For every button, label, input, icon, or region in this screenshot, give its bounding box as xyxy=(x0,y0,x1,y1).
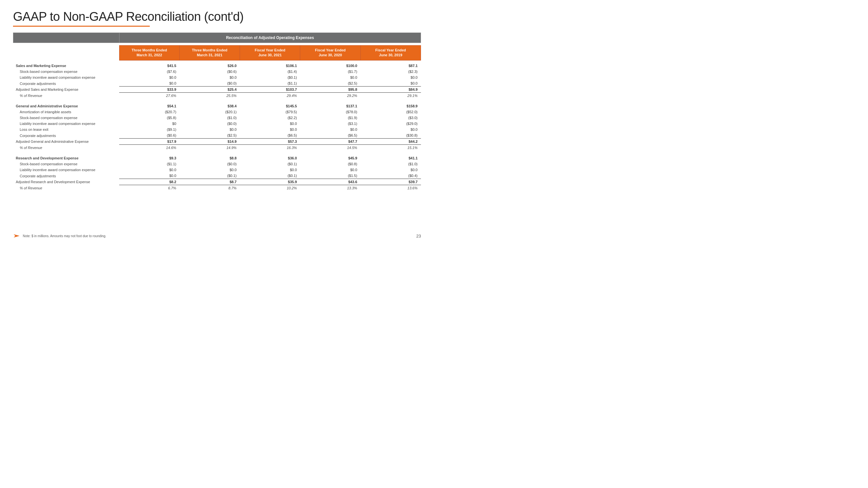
item-row: Corporate adjustments$0.0($0.0)($1.1)($2… xyxy=(13,80,421,87)
col-header-3: Fiscal Year Ended June 30, 2020 xyxy=(300,45,361,61)
item-value-1: $0.0 xyxy=(179,167,240,173)
section-header-row: Reconciliation of Adjusted Operating Exp… xyxy=(13,33,421,43)
item-value-2: $0.0 xyxy=(240,167,300,173)
item-label: Amortization of intangible assets xyxy=(13,109,120,115)
item-value-3: ($1.9) xyxy=(300,115,361,121)
adjusted-value-2: $103.7 xyxy=(240,87,300,93)
item-value-2: ($1.1) xyxy=(240,80,300,87)
pct-value-1: 14.9% xyxy=(179,145,240,151)
item-value-4: $0.0 xyxy=(361,167,421,173)
item-value-1: ($0.1) xyxy=(179,173,240,179)
pct-label: % of Revenue xyxy=(13,145,120,151)
item-value-4: $0.0 xyxy=(361,127,421,132)
col-header-2: Fiscal Year Ended June 30, 2021 xyxy=(240,45,300,61)
main-value-0: $9.3 xyxy=(119,155,179,161)
item-value-1: $0.0 xyxy=(179,74,240,80)
main-expense-row: Sales and Marketing Expense$41.5$26.0$10… xyxy=(13,63,421,69)
item-label: Liability incentive award compensation e… xyxy=(13,121,120,127)
item-value-2: ($0.1) xyxy=(240,74,300,80)
title-underline xyxy=(13,26,150,27)
item-value-4: ($3.0) xyxy=(361,115,421,121)
item-value-1: ($20.1) xyxy=(179,109,240,115)
section-label: Reconciliation of Adjusted Operating Exp… xyxy=(119,33,421,43)
item-row: Loss on lease exit($9.1)$0.0$0.0$0.0$0.0 xyxy=(13,127,421,132)
item-label: Stock-based compensation expense xyxy=(13,161,120,167)
item-value-0: ($20.7) xyxy=(119,109,179,115)
item-row: Stock-based compensation expense($1.1)($… xyxy=(13,161,421,167)
page: GAAP to Non-GAAP Reconciliation (cont'd)… xyxy=(0,0,434,244)
main-value-4: $158.9 xyxy=(361,103,421,109)
item-value-3: ($78.0) xyxy=(300,109,361,115)
note-text: Note: $ in millions. Amounts may not foo… xyxy=(23,234,106,238)
pct-value-3: 29.2% xyxy=(300,93,361,99)
pct-label: % of Revenue xyxy=(13,185,120,191)
adjusted-value-1: $25.4 xyxy=(179,87,240,93)
table-wrapper: Reconciliation of Adjusted Operating Exp… xyxy=(13,33,421,191)
pct-value-4: 29.1% xyxy=(361,93,421,99)
item-label: Stock-based compensation expense xyxy=(13,115,120,121)
adjusted-value-0: $17.9 xyxy=(119,139,179,145)
item-value-0: ($5.8) xyxy=(119,115,179,121)
pct-value-4: 15.1% xyxy=(361,145,421,151)
pct-row: % of Revenue27.6%25.5%29.4%29.2%29.1% xyxy=(13,93,421,99)
arrow-icon xyxy=(13,232,20,239)
item-value-0: ($7.6) xyxy=(119,69,179,74)
adjusted-value-3: $47.7 xyxy=(300,139,361,145)
item-row: Corporate adjustments($0.6)($2.5)($6.5)(… xyxy=(13,132,421,139)
main-value-0: $41.5 xyxy=(119,63,179,69)
item-value-1: ($0.6) xyxy=(179,69,240,74)
pct-value-0: 6.7% xyxy=(119,185,179,191)
item-value-4: $0.0 xyxy=(361,74,421,80)
item-value-0: ($1.1) xyxy=(119,161,179,167)
item-value-4: ($1.0) xyxy=(361,161,421,167)
item-value-3: ($3.1) xyxy=(300,121,361,127)
item-row: Liability incentive award compensation e… xyxy=(13,167,421,173)
main-label: General and Administrative Expense xyxy=(13,103,120,109)
adjusted-value-1: $8.7 xyxy=(179,179,240,185)
adjusted-value-2: $57.3 xyxy=(240,139,300,145)
item-label: Liability incentive award compensation e… xyxy=(13,167,120,173)
pct-value-2: 10.2% xyxy=(240,185,300,191)
item-row: Liability incentive award compensation e… xyxy=(13,121,421,127)
adjusted-label: Adjusted General and Administrative Expe… xyxy=(13,139,120,145)
pct-value-2: 16.3% xyxy=(240,145,300,151)
item-label: Loss on lease exit xyxy=(13,127,120,132)
item-value-4: ($2.3) xyxy=(361,69,421,74)
pct-value-4: 13.6% xyxy=(361,185,421,191)
item-value-0: ($0.6) xyxy=(119,132,179,139)
col-header-4: Fiscal Year Ended June 30, 2019 xyxy=(361,45,421,61)
main-expense-row: Research and Development Expense$9.3$8.8… xyxy=(13,155,421,161)
col-header-0: Three Months Ended March 31, 2022 xyxy=(119,45,179,61)
item-value-3: ($1.7) xyxy=(300,69,361,74)
item-value-2: ($2.2) xyxy=(240,115,300,121)
item-value-3: ($6.5) xyxy=(300,132,361,139)
item-row: Liability incentive award compensation e… xyxy=(13,74,421,80)
item-value-1: ($0.0) xyxy=(179,121,240,127)
main-value-2: $36.0 xyxy=(240,155,300,161)
page-number: 23 xyxy=(416,234,421,238)
empty-header xyxy=(13,33,120,43)
item-value-0: $0.0 xyxy=(119,74,179,80)
item-value-3: $0.0 xyxy=(300,74,361,80)
item-value-4: ($30.8) xyxy=(361,132,421,139)
pct-value-2: 29.4% xyxy=(240,93,300,99)
adjusted-value-4: $39.7 xyxy=(361,179,421,185)
pct-label: % of Revenue xyxy=(13,93,120,99)
item-value-3: $0.0 xyxy=(300,167,361,173)
item-row: Stock-based compensation expense($5.8)($… xyxy=(13,115,421,121)
item-value-0: $0.0 xyxy=(119,173,179,179)
main-label: Research and Development Expense xyxy=(13,155,120,161)
adjusted-value-2: $35.9 xyxy=(240,179,300,185)
item-value-1: ($0.0) xyxy=(179,161,240,167)
item-label: Corporate adjustments xyxy=(13,132,120,139)
adjusted-label: Adjusted Research and Development Expens… xyxy=(13,179,120,185)
svg-marker-0 xyxy=(14,234,20,237)
item-value-4: ($0.4) xyxy=(361,173,421,179)
pct-row: % of Revenue6.7%8.7%10.2%13.3%13.6% xyxy=(13,185,421,191)
item-value-1: ($0.0) xyxy=(179,80,240,87)
item-value-0: $0.0 xyxy=(119,167,179,173)
item-value-3: $0.0 xyxy=(300,127,361,132)
item-value-2: ($79.5) xyxy=(240,109,300,115)
pct-row: % of Revenue14.6%14.9%16.3%14.5%15.1% xyxy=(13,145,421,151)
empty-col xyxy=(13,45,120,61)
